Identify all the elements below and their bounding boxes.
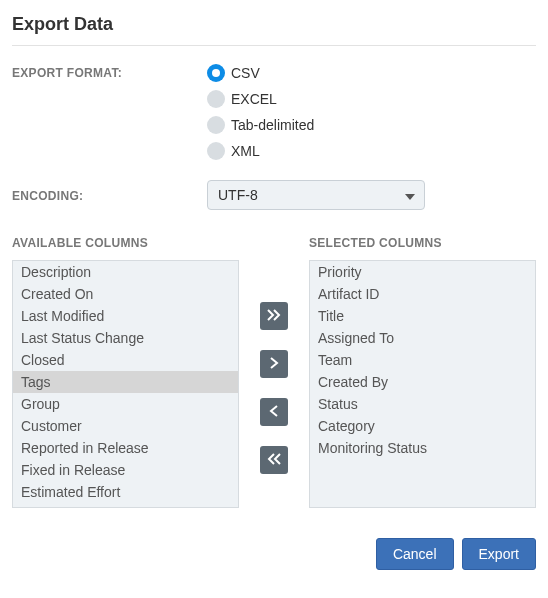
radio-icon [207, 64, 225, 82]
columns-area: AVAILABLE COLUMNS DescriptionCreated OnL… [12, 236, 536, 508]
radio-label: Tab-delimited [231, 117, 314, 133]
encoding-control: UTF-8 [207, 180, 536, 210]
encoding-select-wrap: UTF-8 [207, 180, 425, 210]
list-item[interactable]: Closed [13, 349, 238, 371]
chevron-double-right-icon [267, 309, 281, 324]
radio-label: CSV [231, 65, 260, 81]
selected-heading: SELECTED COLUMNS [309, 236, 536, 250]
dialog-footer: Cancel Export [12, 538, 536, 570]
list-item[interactable]: Description [13, 261, 238, 283]
available-columns-list[interactable]: DescriptionCreated OnLast ModifiedLast S… [12, 260, 239, 508]
encoding-row: ENCODING: UTF-8 [12, 180, 536, 210]
export-data-dialog: Export Data EXPORT FORMAT: CSV EXCEL Tab… [0, 0, 548, 590]
format-radio-tab[interactable]: Tab-delimited [207, 116, 536, 134]
transfer-buttons [239, 236, 309, 508]
export-format-label: EXPORT FORMAT: [12, 64, 207, 80]
format-radio-xml[interactable]: XML [207, 142, 536, 160]
chevron-left-icon [269, 405, 279, 420]
list-item[interactable]: Group [13, 393, 238, 415]
move-all-left-button[interactable] [260, 446, 288, 474]
chevron-double-left-icon [267, 453, 281, 468]
divider [12, 45, 536, 46]
list-item[interactable]: Last Modified [13, 305, 238, 327]
list-item[interactable]: Last Status Change [13, 327, 238, 349]
radio-icon [207, 90, 225, 108]
list-item[interactable]: Status [310, 393, 535, 415]
radio-label: XML [231, 143, 260, 159]
export-format-row: EXPORT FORMAT: CSV EXCEL Tab-delimited X… [12, 64, 536, 160]
list-item[interactable]: Created On [13, 283, 238, 305]
cancel-button[interactable]: Cancel [376, 538, 454, 570]
list-item[interactable]: Title [310, 305, 535, 327]
list-item[interactable]: Category [310, 415, 535, 437]
list-item[interactable]: Reported in Release [13, 437, 238, 459]
export-format-group: CSV EXCEL Tab-delimited XML [207, 64, 536, 160]
list-item[interactable]: Estimated Effort [13, 481, 238, 503]
available-block: AVAILABLE COLUMNS DescriptionCreated OnL… [12, 236, 239, 508]
list-item[interactable]: Customer [13, 415, 238, 437]
radio-label: EXCEL [231, 91, 277, 107]
selected-columns-list[interactable]: PriorityArtifact IDTitleAssigned ToTeamC… [309, 260, 536, 508]
format-radio-excel[interactable]: EXCEL [207, 90, 536, 108]
list-item[interactable]: Tags [13, 371, 238, 393]
encoding-label: ENCODING: [12, 187, 207, 203]
list-item[interactable]: Priority [310, 261, 535, 283]
move-all-right-button[interactable] [260, 302, 288, 330]
dialog-title: Export Data [12, 14, 536, 45]
encoding-value: UTF-8 [218, 187, 258, 203]
radio-icon [207, 116, 225, 134]
encoding-select[interactable]: UTF-8 [207, 180, 425, 210]
format-radio-csv[interactable]: CSV [207, 64, 536, 82]
move-right-button[interactable] [260, 350, 288, 378]
list-item[interactable]: Actual Effort [13, 503, 238, 508]
selected-block: SELECTED COLUMNS PriorityArtifact IDTitl… [309, 236, 536, 508]
available-heading: AVAILABLE COLUMNS [12, 236, 239, 250]
list-item[interactable]: Fixed in Release [13, 459, 238, 481]
list-item[interactable]: Created By [310, 371, 535, 393]
list-item[interactable]: Artifact ID [310, 283, 535, 305]
export-button[interactable]: Export [462, 538, 536, 570]
radio-icon [207, 142, 225, 160]
chevron-right-icon [269, 357, 279, 372]
list-item[interactable]: Monitoring Status [310, 437, 535, 459]
list-item[interactable]: Assigned To [310, 327, 535, 349]
list-item[interactable]: Team [310, 349, 535, 371]
move-left-button[interactable] [260, 398, 288, 426]
